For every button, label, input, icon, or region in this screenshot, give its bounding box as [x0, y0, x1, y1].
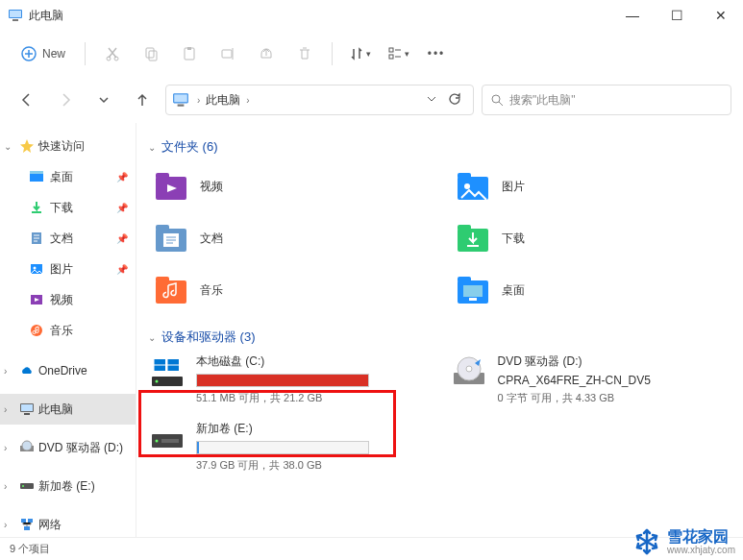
download-folder-icon — [454, 219, 492, 257]
svg-rect-2 — [12, 19, 18, 21]
chevron-down-icon — [427, 94, 436, 104]
separator — [85, 42, 86, 65]
svg-point-21 — [34, 267, 37, 270]
label: 此电脑 — [38, 402, 73, 418]
sidebar-thispc[interactable]: › 此电脑 — [0, 394, 136, 425]
svg-rect-35 — [156, 173, 169, 179]
share-button[interactable] — [249, 37, 284, 71]
svg-rect-10 — [222, 50, 232, 58]
svg-rect-1 — [10, 11, 21, 17]
label: 快速访问 — [38, 138, 85, 155]
svg-rect-25 — [21, 404, 33, 411]
chevron-right-icon: › — [4, 481, 15, 492]
chevron-down-icon: ⌄ — [4, 141, 15, 152]
new-button[interactable]: New — [12, 42, 75, 65]
download-icon — [29, 200, 44, 215]
body: ⌄ 快速访问 桌面 📌 下载 📌 文档 📌 图片 📌 视频 音乐 › — [0, 123, 743, 537]
picture-icon — [29, 261, 44, 277]
sidebar-item-desktop[interactable]: 桌面 📌 — [0, 161, 136, 192]
music-icon — [29, 323, 44, 338]
sidebar-quick-access[interactable]: ⌄ 快速访问 — [0, 131, 136, 161]
folder-desktop[interactable]: 桌面 — [450, 267, 732, 313]
svg-point-38 — [464, 183, 470, 189]
svg-rect-49 — [469, 298, 477, 301]
minimize-button[interactable]: — — [610, 0, 655, 31]
thispc-small-icon — [172, 91, 189, 109]
folders-group-header[interactable]: ⌄ 文件夹 (6) — [148, 138, 731, 156]
up-button[interactable] — [127, 85, 158, 115]
drives-group-header[interactable]: ⌄ 设备和驱动器 (3) — [148, 329, 731, 346]
chevron-right-icon: › — [4, 443, 15, 453]
trash-icon — [297, 46, 312, 61]
arrow-up-icon — [135, 92, 150, 108]
paste-button[interactable] — [172, 37, 207, 71]
drive-e-usage-bar — [196, 441, 369, 454]
new-label: New — [42, 47, 65, 61]
chevron-right-icon[interactable]: › — [195, 95, 202, 106]
chevron-right-icon: › — [4, 366, 15, 377]
search-input[interactable]: 搜索"此电脑" — [482, 85, 731, 115]
delete-button[interactable] — [287, 37, 322, 71]
chevron-right-icon: › — [4, 404, 15, 415]
arrow-right-icon — [58, 92, 73, 108]
breadcrumb-segment[interactable]: 此电脑 — [202, 90, 244, 110]
refresh-button[interactable] — [442, 92, 467, 109]
paste-icon — [182, 46, 197, 61]
copy-button[interactable] — [134, 37, 168, 71]
picture-folder-icon — [454, 167, 492, 206]
forward-button[interactable] — [50, 85, 81, 115]
sidebar-item-videos[interactable]: 视频 — [0, 284, 136, 315]
more-icon: ••• — [428, 47, 446, 61]
back-button[interactable] — [12, 85, 42, 115]
share-icon — [259, 46, 274, 61]
sidebar-dvd[interactable]: › DVD 驱动器 (D:) — [0, 432, 136, 463]
sidebar-item-documents[interactable]: 文档 📌 — [0, 223, 136, 254]
sidebar-item-downloads[interactable]: 下载 📌 — [0, 192, 136, 223]
document-icon — [29, 231, 44, 246]
svg-rect-12 — [389, 55, 393, 59]
thispc-icon — [8, 8, 23, 23]
pin-icon: 📌 — [116, 203, 128, 213]
close-button[interactable]: ✕ — [699, 0, 743, 31]
video-icon — [29, 292, 44, 307]
svg-rect-54 — [154, 359, 165, 365]
chevron-down-icon — [98, 94, 110, 106]
drive-e[interactable]: 新加卷 (E:) 37.9 GB 可用，共 38.0 GB — [148, 421, 431, 473]
sidebar: ⌄ 快速访问 桌面 📌 下载 📌 文档 📌 图片 📌 视频 音乐 › — [0, 123, 136, 537]
sidebar-onedrive[interactable]: › OneDrive — [0, 355, 136, 386]
sidebar-network[interactable]: › 网络 — [0, 509, 136, 537]
svg-rect-7 — [149, 51, 157, 61]
sidebar-newvol[interactable]: › 新加卷 (E:) — [0, 471, 136, 501]
sidebar-item-music[interactable]: 音乐 — [0, 315, 136, 346]
addressbar[interactable]: › 此电脑 › — [165, 85, 474, 115]
folder-music[interactable]: 音乐 — [148, 267, 431, 313]
maximize-button[interactable]: ☐ — [655, 0, 699, 31]
sort-button[interactable]: ▾ — [342, 37, 377, 71]
svg-point-16 — [492, 95, 500, 103]
drive-c[interactable]: 本地磁盘 (C:) 51.1 MB 可用，共 21.2 GB — [148, 353, 431, 405]
address-dropdown[interactable] — [421, 93, 442, 107]
dvd-icon — [19, 440, 35, 455]
svg-rect-11 — [389, 48, 393, 52]
more-button[interactable]: ••• — [419, 37, 454, 71]
folder-videos[interactable]: 视频 — [148, 163, 431, 209]
recent-button[interactable] — [88, 85, 119, 115]
document-folder-icon — [152, 219, 190, 257]
rename-button[interactable] — [211, 37, 245, 71]
navbar: › 此电脑 › 搜索"此电脑" — [0, 77, 743, 123]
svg-rect-45 — [156, 277, 169, 282]
chevron-right-icon: › — [4, 520, 15, 530]
refresh-icon — [448, 92, 461, 106]
view-button[interactable]: ▾ — [381, 37, 415, 71]
chevron-right-icon[interactable]: › — [244, 95, 251, 106]
sort-icon — [349, 46, 364, 61]
sidebar-item-pictures[interactable]: 图片 📌 — [0, 254, 136, 284]
folder-pictures[interactable]: 图片 — [450, 163, 732, 209]
folder-downloads[interactable]: 下载 — [450, 215, 732, 261]
pin-icon: 📌 — [116, 264, 128, 275]
folder-documents[interactable]: 文档 — [148, 215, 431, 261]
drive-d[interactable]: DVD 驱动器 (D:) CPRA_X64FRE_ZH-CN_DV5 0 字节 … — [450, 353, 732, 405]
pin-icon: 📌 — [116, 172, 128, 183]
cut-button[interactable] — [95, 37, 130, 71]
svg-rect-40 — [156, 225, 169, 231]
